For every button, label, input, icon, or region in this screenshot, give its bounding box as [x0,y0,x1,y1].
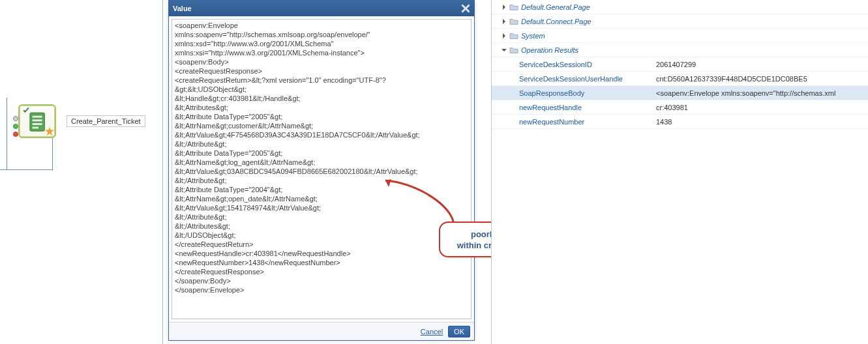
folder-icon [509,32,518,40]
tree-group-label: Operation Results [521,46,578,54]
tree-item-value: <soapenv:Envelope xmlns:soapenv="http://… [651,89,868,97]
connector-line [52,138,53,171]
tree-item[interactable]: ServiceDeskSessionUserHandlecnt:D560A126… [492,72,868,86]
flow-node-create-parent-ticket[interactable] [18,104,56,138]
dialog-footer: Cancel OK [169,322,474,340]
tree-group-label: System [521,32,545,40]
svg-rect-1 [33,116,42,118]
tree-group[interactable]: Default.Connect.Page [492,14,868,29]
dialog-header[interactable]: Value [169,1,474,16]
tree-item-value: cr:403981 [651,104,868,111]
tree-item[interactable]: ServiceDeskSessionID2061407299 [492,57,868,72]
tree-item-key: newRequestNumber [519,118,584,126]
tree-item-key: SoapResponseBody [519,89,584,97]
folder-icon [509,3,518,11]
value-textarea[interactable] [172,19,471,319]
chevron-right-icon[interactable] [501,33,507,39]
ok-button[interactable]: OK [448,326,470,337]
dialog-title: Value [173,5,192,12]
tree-group[interactable]: Default.General.Page [492,0,868,14]
tree-group-label: Default.Connect.Page [521,18,591,25]
tree-item-value: 1438 [651,118,868,126]
flow-canvas[interactable]: Create_Parent_Ticket [0,0,163,344]
tree-item[interactable]: newRequestHandlecr:403981 [492,100,868,115]
node-port[interactable] [13,132,18,137]
connector-line [0,169,52,170]
node-port[interactable] [13,116,18,121]
svg-rect-3 [33,123,42,125]
svg-rect-2 [33,119,42,121]
cancel-button[interactable]: Cancel [421,328,443,336]
dialog-body [169,16,474,322]
svg-rect-4 [33,127,38,129]
tree-item[interactable]: newRequestNumber1438 [492,115,868,129]
node-port[interactable] [13,124,18,129]
folder-icon [509,18,518,25]
star-icon [45,127,54,136]
properties-tree[interactable]: Default.General.PageDefault.Connect.Page… [491,0,868,344]
tree-item-key: newRequestHandle [519,104,582,111]
chevron-down-icon[interactable] [501,47,507,53]
tree-item[interactable]: SoapResponseBody<soapenv:Envelope xmlns:… [492,86,868,100]
tree-item-key: ServiceDeskSessionID [519,61,592,68]
tree-item-value: cnt:D560A12637339F448D4D5CDE1DC08BE5 [651,75,868,83]
flow-node-label: Create_Parent_Ticket [67,115,145,127]
close-icon[interactable] [461,4,470,13]
tree-group[interactable]: Operation Results [492,43,868,57]
value-dialog: Value Cancel OK [168,0,475,341]
chevron-right-icon[interactable] [501,4,507,10]
chevron-right-icon[interactable] [501,18,507,25]
connector-line [7,98,7,169]
tree-group-label: Default.General.Page [521,3,590,11]
tree-group[interactable]: System [492,29,868,43]
tree-item-key: ServiceDeskSessionUserHandle [519,75,623,83]
folder-icon [509,46,518,54]
tree-item-value: 2061407299 [651,61,868,68]
